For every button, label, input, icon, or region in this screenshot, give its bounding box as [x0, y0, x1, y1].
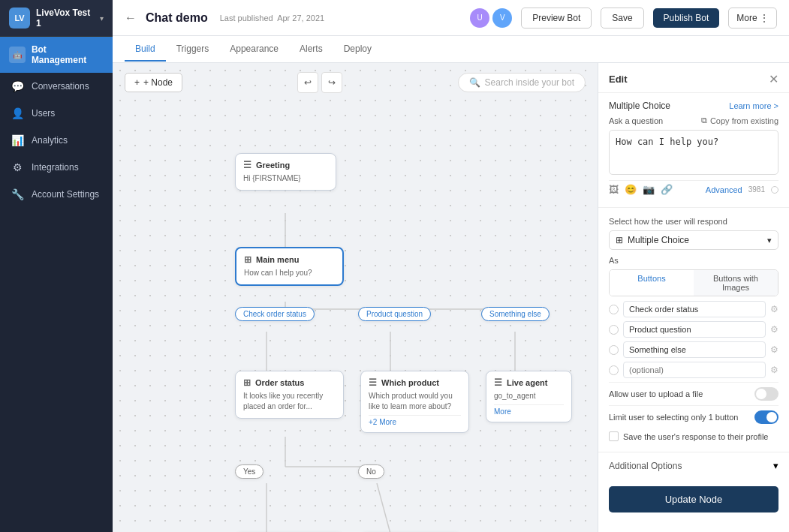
response-type-value: Multiple Choice [628, 235, 689, 245]
greeting-title: Greeting [256, 161, 290, 170]
main-content: ← Chat demo Last published Apr 27, 2021 … [113, 0, 789, 532]
multiple-choice-icon: ⊞ [616, 235, 623, 245]
edit-panel-body: Multiple Choice Learn more > Ask a quest… [598, 93, 789, 206]
last-published: Last published Apr 27, 2021 [220, 14, 324, 23]
no-label: No [366, 467, 376, 476]
sidebar-item-users[interactable]: 👤 Users [0, 100, 113, 127]
sidebar-item-integrations[interactable]: ⚙ Integrations [0, 154, 113, 181]
which-product-title: Which product [381, 378, 439, 387]
option-settings-3[interactable]: ⚙ [770, 344, 778, 355]
preview-bot-button[interactable]: Preview Bot [521, 8, 592, 29]
ask-question-label: Ask a question [609, 116, 663, 125]
copy-from-existing[interactable]: ⧉ Copy from existing [701, 116, 778, 125]
undo-button[interactable]: ↩ [297, 72, 318, 93]
limit-one-button-row: Limit user to selecting only 1 button [609, 405, 778, 428]
back-button[interactable]: ← [125, 11, 137, 25]
allow-file-upload-row: Allow user to upload a file [609, 382, 778, 405]
option-settings-1[interactable]: ⚙ [770, 304, 778, 314]
analytics-icon: 📊 [11, 134, 24, 146]
node-pill-yes[interactable]: Yes [235, 464, 264, 479]
logo-text: LiveVox Test 1 [36, 8, 94, 29]
option-settings-4[interactable]: ⚙ [770, 365, 778, 375]
option-row-2: ⚙ [609, 321, 778, 338]
select-response-label: Select how the user will respond [609, 217, 778, 226]
option-radio-2[interactable] [609, 325, 619, 335]
limit-one-button-toggle[interactable] [754, 410, 778, 424]
yes-label: Yes [243, 467, 255, 476]
emoji-tool[interactable]: 😊 [625, 184, 637, 195]
node-main-menu[interactable]: ⊞ Main menu How can I help you? [235, 247, 344, 286]
tab-buttons[interactable]: Buttons [610, 270, 694, 296]
svg-line-10 [377, 483, 390, 532]
conversations-icon: 💬 [11, 80, 24, 92]
chevron-down-icon: ▾ [100, 14, 104, 23]
option-settings-2[interactable]: ⚙ [770, 324, 778, 335]
redo-button[interactable]: ↪ [321, 72, 342, 93]
tab-triggers[interactable]: Triggers [166, 38, 220, 62]
update-node-button[interactable]: Update Node [609, 486, 778, 512]
option-radio-3[interactable] [609, 345, 619, 355]
node-pill-no[interactable]: No [358, 464, 384, 479]
response-type-dropdown[interactable]: ⊞ Multiple Choice ▾ [609, 230, 778, 250]
char-count: 3981 [748, 185, 765, 194]
greeting-node-icon: ☰ [243, 160, 251, 170]
product-question-label: Product question [366, 310, 423, 318]
tab-deploy[interactable]: Deploy [333, 38, 382, 62]
sidebar-item-account-settings[interactable]: 🔧 Account Settings [0, 181, 113, 208]
canvas-controls: ↩ ↪ [297, 72, 342, 93]
avatar: U [470, 8, 489, 28]
link-tool[interactable]: 🔗 [661, 184, 673, 195]
option-input-4[interactable] [623, 362, 766, 378]
sidebar-logo[interactable]: LV LiveVox Test 1 ▾ [0, 0, 113, 37]
canvas-search[interactable]: 🔍 Search inside your bot [458, 73, 586, 92]
save-button[interactable]: Save [601, 8, 643, 29]
allow-file-upload-toggle[interactable] [754, 387, 778, 401]
node-live-agent[interactable]: ☰ Live agent go_to_agent More [486, 371, 572, 422]
image-tool[interactable]: 🖼 [609, 184, 619, 195]
close-edit-panel-button[interactable]: ✕ [769, 72, 778, 86]
node-which-product[interactable]: ☰ Which product Which product would you … [360, 371, 469, 433]
account-settings-label: Account Settings [32, 189, 99, 200]
canvas[interactable]: + + Node ↩ ↪ 🔍 Search inside your bot [113, 63, 598, 532]
main-menu-title: Main menu [256, 255, 299, 264]
tab-build[interactable]: Build [125, 38, 166, 62]
editor-tools: 🖼 😊 📷 🔗 Advanced 3981 [609, 180, 778, 198]
more-button[interactable]: More ⋮ [728, 8, 777, 29]
tab-appearance[interactable]: Appearance [219, 38, 289, 62]
question-textarea[interactable] [609, 130, 778, 175]
edit-panel: Edit ✕ Multiple Choice Learn more > Ask … [598, 63, 789, 532]
node-pill-something-else[interactable]: Something else [481, 307, 550, 321]
option-radio-4[interactable] [609, 365, 619, 375]
live-agent-more: More [494, 404, 564, 416]
node-order-status[interactable]: ⊞ Order status It looks like you recentl… [235, 371, 344, 419]
node-pill-product-question[interactable]: Product question [358, 307, 431, 321]
canvas-connectors [113, 63, 598, 532]
order-status-node-icon: ⊞ [243, 377, 251, 388]
option-input-3[interactable] [623, 341, 766, 358]
live-agent-body: go_to_agent [494, 391, 564, 401]
sidebar-item-analytics[interactable]: 📊 Analytics [0, 127, 113, 154]
option-radio-1[interactable] [609, 305, 619, 314]
sidebar-item-conversations[interactable]: 💬 Conversations [0, 73, 113, 100]
greeting-body: Hi {FIRSTNAME} [243, 173, 328, 184]
node-greeting[interactable]: ☰ Greeting Hi {FIRSTNAME} [235, 153, 336, 191]
photo-tool[interactable]: 📷 [643, 184, 655, 195]
advanced-link[interactable]: Advanced [706, 185, 742, 194]
add-node-button[interactable]: + + Node [125, 73, 182, 92]
learn-more-link[interactable]: Learn more > [729, 101, 778, 110]
dropdown-chevron: ▾ [767, 236, 772, 245]
option-input-1[interactable] [623, 301, 766, 317]
publish-bot-button[interactable]: Publish Bot [653, 8, 720, 28]
option-input-2[interactable] [623, 321, 766, 338]
tab-alerts[interactable]: Alerts [289, 38, 333, 62]
bot-management-icon: 🤖 [9, 47, 26, 63]
sidebar-item-bot-management[interactable]: 🤖 Bot Management [0, 37, 113, 73]
edit-panel-header: Edit ✕ [598, 63, 789, 93]
additional-options-section[interactable]: Additional Options ▾ [598, 452, 789, 479]
save-response-checkbox[interactable] [609, 431, 619, 441]
node-pill-check-order-status[interactable]: Check order status [235, 307, 315, 321]
tab-buttons-images[interactable]: Buttons with Images [694, 270, 778, 296]
save-response-row: Save the user's response to their profil… [609, 428, 778, 444]
canvas-toolbar: + + Node ↩ ↪ 🔍 Search inside your bot [113, 72, 598, 93]
integrations-label: Integrations [32, 162, 79, 173]
